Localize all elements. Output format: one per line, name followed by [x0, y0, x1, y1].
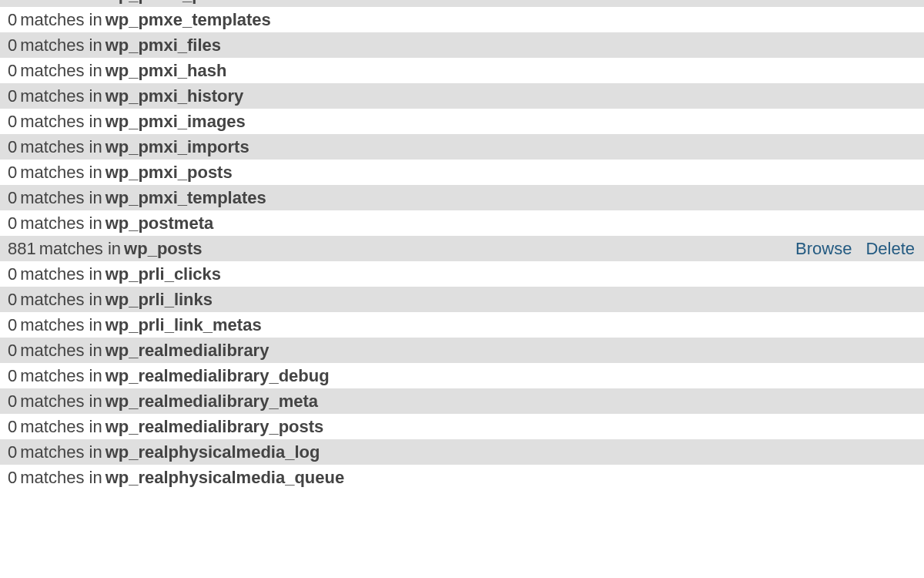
- matches-in-label: matches in: [20, 58, 102, 83]
- match-count: 0: [8, 363, 17, 388]
- match-count: 0: [8, 160, 17, 185]
- matches-in-label: matches in: [20, 83, 102, 109]
- matches-in-label: matches in: [20, 287, 102, 312]
- table-name: wp_realphysicalmedia_queue: [105, 465, 345, 490]
- match-count: 0: [8, 83, 17, 109]
- table-name: wp_realmedialibrary_debug: [105, 363, 330, 388]
- matches-in-label: matches in: [20, 414, 102, 439]
- table-name: wp_realmedialibrary: [105, 338, 270, 363]
- result-row-text: 0matches inwp_realmedialibrary_meta: [8, 388, 318, 414]
- result-row: 881matches inwp_postsBrowseDelete: [0, 236, 924, 261]
- match-count: 0: [8, 109, 17, 134]
- result-row-text: 0matches inwp_prli_link_metas: [8, 312, 262, 338]
- result-row: 0matches inwp_pmxi_templates: [0, 185, 924, 210]
- matches-in-label: matches in: [20, 439, 102, 465]
- matches-in-label: matches in: [20, 109, 102, 134]
- result-row: 0matches inwp_pmxi_hash: [0, 58, 924, 83]
- matches-in-label: matches in: [20, 160, 102, 185]
- result-row: 0matches inwp_pmxi_images: [0, 109, 924, 134]
- table-name: wp_pmxe_posts: [105, 0, 237, 7]
- matches-in-label: matches in: [20, 0, 102, 7]
- result-row: 0matches inwp_pmxe_posts: [0, 0, 924, 7]
- matches-in-label: matches in: [39, 236, 121, 261]
- table-name: wp_realmedialibrary_meta: [105, 388, 318, 414]
- match-count: 0: [8, 58, 17, 83]
- table-name: wp_pmxi_templates: [105, 185, 266, 210]
- result-row: 0matches inwp_prli_link_metas: [0, 312, 924, 338]
- table-name: wp_posts: [124, 236, 202, 261]
- match-count: 0: [8, 388, 17, 414]
- result-row-text: 0matches inwp_postmeta: [8, 210, 213, 236]
- result-row: 0matches inwp_prli_clicks: [0, 261, 924, 287]
- table-name: wp_pmxi_files: [105, 32, 221, 58]
- result-row: 0matches inwp_pmxi_files: [0, 32, 924, 58]
- matches-in-label: matches in: [20, 210, 102, 236]
- result-row-text: 881matches inwp_posts: [8, 236, 203, 261]
- result-row: 0matches inwp_realmedialibrary: [0, 338, 924, 363]
- result-row: 0matches inwp_realmedialibrary_posts: [0, 414, 924, 439]
- result-row-text: 0matches inwp_realmedialibrary: [8, 338, 269, 363]
- result-row: 0matches inwp_pmxi_history: [0, 83, 924, 109]
- table-name: wp_realmedialibrary_posts: [105, 414, 324, 439]
- table-name: wp_pmxe_templates: [105, 7, 271, 32]
- result-row: 0matches inwp_realphysicalmedia_log: [0, 439, 924, 465]
- table-name: wp_pmxi_history: [105, 83, 244, 109]
- result-row: 0matches inwp_realphysicalmedia_queue: [0, 465, 924, 490]
- match-count: 0: [8, 7, 17, 32]
- table-name: wp_prli_links: [105, 287, 213, 312]
- match-count: 0: [8, 210, 17, 236]
- result-row: 0matches inwp_pmxi_posts: [0, 160, 924, 185]
- result-row-text: 0matches inwp_prli_links: [8, 287, 213, 312]
- result-row-text: 0matches inwp_pmxe_templates: [8, 7, 271, 32]
- result-row: 0matches inwp_realmedialibrary_meta: [0, 388, 924, 414]
- result-row-text: 0matches inwp_pmxi_images: [8, 109, 246, 134]
- match-count: 0: [8, 134, 17, 160]
- table-name: wp_pmxi_posts: [105, 160, 233, 185]
- match-count: 0: [8, 312, 17, 338]
- search-results-list: 0matches inwp_pmxe_posts0matches inwp_pm…: [0, 0, 924, 490]
- matches-in-label: matches in: [20, 185, 102, 210]
- delete-link[interactable]: Delete: [865, 236, 915, 261]
- matches-in-label: matches in: [20, 32, 102, 58]
- match-count: 0: [8, 287, 17, 312]
- match-count: 0: [8, 0, 17, 7]
- table-name: wp_prli_clicks: [105, 261, 221, 287]
- result-row-text: 0matches inwp_realmedialibrary_debug: [8, 363, 330, 388]
- result-row: 0matches inwp_pmxi_imports: [0, 134, 924, 160]
- result-row-text: 0matches inwp_pmxi_imports: [8, 134, 249, 160]
- browse-link[interactable]: Browse: [795, 236, 852, 261]
- result-row: 0matches inwp_postmeta: [0, 210, 924, 236]
- table-name: wp_pmxi_images: [105, 109, 246, 134]
- table-name: wp_prli_link_metas: [105, 312, 262, 338]
- result-row-text: 0matches inwp_prli_clicks: [8, 261, 221, 287]
- matches-in-label: matches in: [20, 388, 102, 414]
- match-count: 0: [8, 414, 17, 439]
- table-name: wp_pmxi_imports: [105, 134, 249, 160]
- result-row: 0matches inwp_prli_links: [0, 287, 924, 312]
- matches-in-label: matches in: [20, 261, 102, 287]
- result-row-text: 0matches inwp_realmedialibrary_posts: [8, 414, 323, 439]
- match-count: 881: [8, 236, 36, 261]
- result-row-text: 0matches inwp_pmxi_posts: [8, 160, 233, 185]
- table-name: wp_pmxi_hash: [105, 58, 227, 83]
- result-row: 0matches inwp_realmedialibrary_debug: [0, 363, 924, 388]
- result-row-text: 0matches inwp_pmxi_history: [8, 83, 243, 109]
- match-count: 0: [8, 439, 17, 465]
- match-count: 0: [8, 32, 17, 58]
- row-actions: BrowseDelete: [795, 236, 915, 261]
- matches-in-label: matches in: [20, 134, 102, 160]
- matches-in-label: matches in: [20, 338, 102, 363]
- result-row: 0matches inwp_pmxe_templates: [0, 7, 924, 32]
- match-count: 0: [8, 185, 17, 210]
- result-row-text: 0matches inwp_realphysicalmedia_log: [8, 439, 320, 465]
- result-row-text: 0matches inwp_pmxi_files: [8, 32, 221, 58]
- matches-in-label: matches in: [20, 465, 102, 490]
- match-count: 0: [8, 338, 17, 363]
- result-row-text: 0matches inwp_realphysicalmedia_queue: [8, 465, 344, 490]
- matches-in-label: matches in: [20, 363, 102, 388]
- table-name: wp_postmeta: [105, 210, 214, 236]
- result-row-text: 0matches inwp_pmxe_posts: [8, 0, 237, 7]
- table-name: wp_realphysicalmedia_log: [105, 439, 320, 465]
- result-row-text: 0matches inwp_pmxi_hash: [8, 58, 226, 83]
- matches-in-label: matches in: [20, 7, 102, 32]
